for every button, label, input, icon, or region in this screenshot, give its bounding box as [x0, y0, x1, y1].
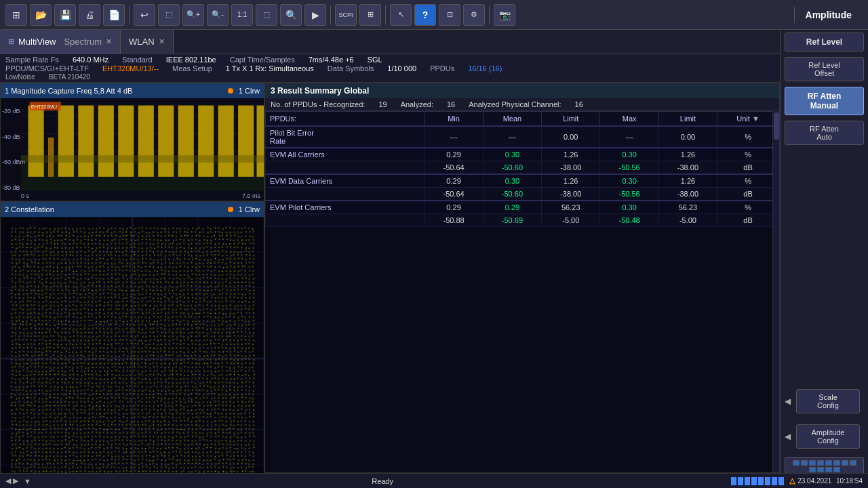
constellation-panel: 2 Constellation 1 Clrw — [0, 201, 264, 473]
ppdu-recognized-value: 19 — [378, 100, 387, 108]
analyzed-value: 16 — [447, 100, 455, 108]
waveform-dot — [228, 88, 233, 94]
waveform-y-labels: -20 dB -40 dB -60 dBm -80 dB — [2, 98, 25, 201]
amplitude-config-arrow: ◀ — [785, 432, 791, 441]
spectrum-tab-label: Spectrum — [64, 37, 102, 47]
table-row: -50.88-50.69-5.00-50.48-5.00dB — [266, 214, 779, 227]
constellation-canvas — [1, 217, 264, 473]
grid-button[interactable]: ⊞ — [359, 4, 381, 26]
row-name — [266, 161, 425, 175]
spectrum-tab-close[interactable]: ✕ — [106, 37, 112, 46]
row-name — [266, 188, 425, 201]
row-mean: -50.69 — [483, 214, 541, 227]
multiview-tab[interactable]: ⊞ MultiView Spectrum ✕ — [0, 30, 121, 54]
row-mean: 0.30 — [483, 148, 541, 161]
row-min: 0.29 — [425, 174, 483, 188]
status-bars — [731, 477, 784, 485]
constellation-header: 2 Constellation 1 Clrw — [1, 202, 264, 217]
row-limit1: 56.23 — [542, 201, 600, 214]
svg-rect-12 — [158, 106, 174, 177]
ref-level-button[interactable]: Ref Level — [785, 33, 864, 52]
svg-rect-16 — [238, 106, 254, 177]
col-limit1: Limit — [542, 112, 600, 127]
result-panel: 3 Result Summary Global No. of PPDUs - R… — [264, 83, 780, 473]
ref-level-offset-button[interactable]: Ref Level Offset — [785, 57, 864, 81]
col-unit: Unit ▼ — [717, 112, 779, 127]
waveform-panel: 1 Magnitude Capture Freq 5,8 Att 4 dB 1 … — [0, 83, 264, 201]
scale-config-arrow: ◀ — [785, 396, 791, 406]
row-limit1: -38.00 — [542, 161, 600, 175]
svg-rect-15 — [218, 106, 234, 177]
result-scrollbar[interactable] — [772, 111, 779, 472]
table-row: Pilot Bit Error Rate------0.00---0.00% — [266, 126, 779, 148]
row-min: 0.29 — [425, 201, 483, 214]
ppdu-info: No. of PPDUs - Recognized: 19 Analyzed: … — [265, 98, 779, 111]
row-max: 0.30 — [600, 174, 658, 188]
row-limit2: 1.26 — [658, 174, 717, 188]
zoom-in-button[interactable]: 🔍+ — [182, 4, 204, 26]
table-row: -50.64-50.60-38.00-50.56-38.00dB — [266, 188, 779, 201]
table-row: -50.64-50.60-38.00-50.56-38.00dB — [266, 161, 779, 175]
col-max: Max — [600, 112, 658, 127]
search-button[interactable]: 🔍 — [280, 4, 302, 26]
meas-setup-label: Meas Setup — [172, 64, 212, 73]
table-row: EVM Pilot Carriers0.290.2956.230.3056.23… — [266, 201, 779, 214]
settings-button[interactable]: ⚙ — [463, 4, 485, 26]
play-button[interactable]: ▶ — [304, 4, 326, 26]
data-table: PPDUs: Min Mean Limit Max Limit Unit ▼ P… — [265, 111, 779, 227]
zoom-button[interactable]: 1:1 — [231, 4, 253, 26]
marker-button[interactable]: ⊡ — [439, 4, 460, 26]
print-button[interactable]: 🖨 — [79, 4, 100, 26]
scpi-button[interactable]: SCPI — [335, 4, 357, 26]
row-max: 0.30 — [600, 148, 658, 161]
document-button[interactable]: 📄 — [103, 4, 125, 26]
status-datetime: 23.04.2021 10:18:54 — [797, 477, 863, 485]
help-button[interactable]: ? — [414, 4, 436, 26]
waveform-channel: 1 Clrw — [228, 87, 260, 95]
cursor-button[interactable]: ↖ — [390, 4, 412, 26]
svg-rect-17 — [256, 106, 264, 177]
main-content: Sample Rate Fs 640.0 MHz Standard IEEE 8… — [0, 54, 780, 473]
panels: 1 Magnitude Capture Freq 5,8 Att 4 dB 1 … — [0, 83, 780, 473]
undo-button[interactable]: ↩ — [134, 4, 155, 26]
row-limit2: -38.00 — [658, 188, 717, 201]
capt-time-label: Capt Time/Samples — [230, 56, 295, 64]
row-unit: % — [717, 201, 779, 214]
row-name: Pilot Bit Error Rate — [266, 126, 425, 148]
sep3 — [385, 5, 386, 24]
wlan-tab-label: WLAN — [129, 37, 155, 47]
start-menu-button[interactable]: ⊞ — [5, 4, 27, 26]
constellation-channel: 1 Clrw — [228, 205, 260, 214]
col-limit2: Limit — [658, 112, 717, 127]
svg-rect-11 — [138, 106, 154, 177]
standard-value: IEEE 802.11be — [166, 56, 216, 64]
zoom-fit-button[interactable]: ⬚ — [158, 4, 180, 26]
row-min: 0.29 — [425, 148, 483, 161]
rf-atten-manual-button[interactable]: RF Atten Manual — [785, 87, 864, 115]
row-limit2: 1.26 — [658, 148, 717, 161]
col-mean: Mean — [483, 112, 541, 127]
rf-atten-auto-button[interactable]: RF Atten Auto — [785, 121, 864, 145]
ppdu-count-value: 16/16 (16) — [468, 64, 502, 73]
row-unit: % — [717, 148, 779, 161]
status-left-info: ▼ — [24, 477, 31, 485]
row-max: -50.56 — [600, 161, 658, 175]
wlan-tab-close[interactable]: ✕ — [159, 37, 165, 46]
screenshot-button[interactable]: 📷 — [494, 4, 515, 26]
x-end: 7.0 ms — [242, 192, 260, 199]
amplitude-config-button[interactable]: Amplitude Config — [796, 424, 860, 449]
row-max: 0.30 — [600, 201, 658, 214]
amplitude-label: Amplitude — [794, 7, 863, 23]
capt-time-value: 7ms/4.48e +6 — [309, 56, 354, 64]
sgl-value: SGL — [368, 56, 382, 64]
row-max: -50.56 — [600, 188, 658, 201]
row-limit1: -5.00 — [542, 214, 600, 227]
scale-config-button[interactable]: Scale Config — [796, 389, 860, 413]
sep1 — [129, 5, 130, 24]
wlan-tab[interactable]: WLAN ✕ — [121, 30, 174, 54]
zoom-out-button[interactable]: 🔍- — [207, 4, 229, 26]
save-button[interactable]: 💾 — [54, 4, 76, 26]
open-button[interactable]: 📂 — [30, 4, 52, 26]
zoom2-button[interactable]: ⬚ — [256, 4, 277, 26]
svg-rect-8 — [78, 106, 94, 177]
